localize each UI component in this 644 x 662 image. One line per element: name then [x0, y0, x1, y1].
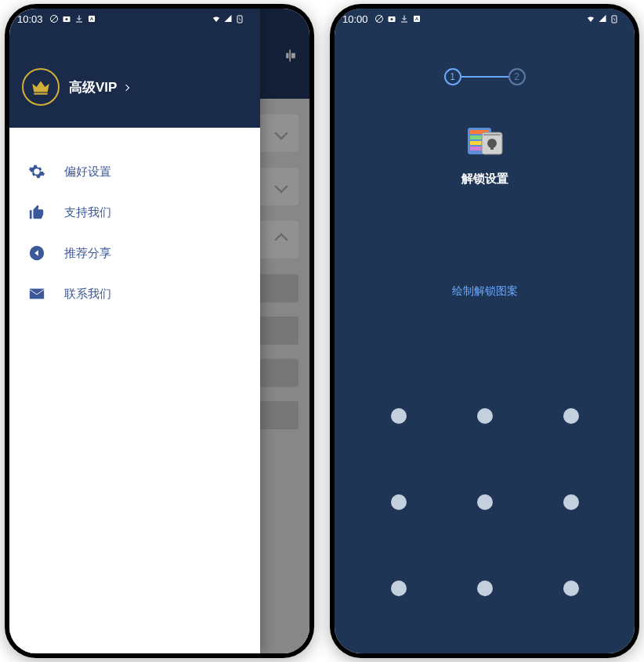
drawer-title: 高级VIP: [69, 80, 117, 95]
pattern-dot-9[interactable]: [563, 581, 579, 596]
status-icons-right: [212, 14, 244, 24]
status-icons-right: [586, 14, 619, 24]
drawer-item-share[interactable]: 推荐分享: [9, 233, 260, 273]
step-2: 2: [508, 68, 526, 85]
drawer-item-label: 偏好设置: [64, 165, 111, 179]
camera-icon: [387, 14, 396, 24]
pattern-dot-6[interactable]: [563, 494, 579, 510]
pattern-dot-3[interactable]: [563, 408, 579, 424]
svg-point-6: [65, 18, 67, 20]
svg-text:A: A: [89, 16, 93, 21]
svg-rect-27: [483, 134, 501, 136]
svg-line-13: [376, 16, 382, 22]
no-location-icon: [374, 14, 384, 24]
signal-icon: [598, 14, 607, 24]
gear-icon: [28, 163, 45, 180]
mail-icon: [28, 285, 45, 302]
app-lock-icon: [463, 117, 507, 161]
status-icons-left: A: [49, 14, 96, 24]
pattern-dot-2[interactable]: [477, 408, 493, 424]
drawer-header[interactable]: 高级VIP: [9, 29, 260, 128]
drawer-title-wrap: 高级VIP: [69, 78, 128, 96]
drawer-item-contact[interactable]: 联系我们: [9, 273, 260, 314]
drawer-item-label: 推荐分享: [64, 246, 111, 261]
drawer-menu: 偏好设置 支持我们 推荐分享: [9, 128, 260, 338]
screen-left: 10:03 A 高级VIP: [9, 9, 309, 653]
svg-rect-10: [34, 93, 47, 95]
pattern-dot-5[interactable]: [477, 494, 493, 510]
phone-right: 10:00 A 1 2: [330, 4, 639, 658]
no-location-icon: [49, 14, 59, 24]
badge-a-icon: A: [412, 14, 421, 24]
unlock-title: 解锁设置: [461, 172, 508, 186]
signal-icon: [223, 14, 233, 24]
pattern-dot-8[interactable]: [477, 581, 493, 596]
camera-icon: [62, 14, 71, 24]
share-icon: [28, 244, 45, 262]
drawer-item-preferences[interactable]: 偏好设置: [9, 151, 260, 192]
unlock-screen: 10:00 A 1 2: [335, 9, 635, 653]
pattern-dot-1[interactable]: [391, 408, 407, 424]
setup-stepper: 1 2: [444, 68, 526, 85]
svg-rect-26: [490, 143, 494, 150]
wifi-icon: [212, 14, 221, 24]
badge-a-icon: A: [87, 14, 96, 24]
chevron-right-icon: [123, 85, 129, 91]
phone-left: 10:03 A 高级VIP: [5, 4, 314, 658]
svg-text:A: A: [414, 16, 418, 21]
screen-right: 10:00 A 1 2: [335, 9, 635, 653]
status-bar: 10:00 A: [335, 9, 635, 29]
status-bar: 10:03 A: [9, 9, 260, 29]
vip-crown-icon: [22, 68, 60, 106]
battery-icon: [610, 14, 619, 24]
step-connector: [461, 76, 508, 78]
pattern-dot-7[interactable]: [391, 581, 407, 596]
svg-line-4: [51, 16, 56, 22]
unlock-hint: 绘制解锁图案: [452, 284, 518, 298]
status-time: 10:00: [342, 13, 368, 25]
status-icons-left: A: [374, 14, 421, 24]
download-icon: [400, 14, 409, 24]
step-1: 1: [444, 68, 461, 85]
battery-icon: [235, 14, 244, 24]
drawer-item-label: 联系我们: [64, 287, 111, 302]
navigation-drawer: 10:03 A 高级VIP: [9, 9, 260, 653]
thumbs-up-icon: [28, 204, 45, 221]
pattern-dot-4[interactable]: [391, 494, 407, 510]
drawer-item-support[interactable]: 支持我们: [9, 192, 260, 233]
wifi-icon: [586, 14, 595, 24]
status-time: 10:03: [17, 13, 43, 25]
svg-point-15: [390, 18, 393, 20]
drawer-item-label: 支持我们: [64, 205, 111, 220]
download-icon: [74, 14, 84, 24]
pattern-lock-grid[interactable]: [391, 408, 579, 596]
